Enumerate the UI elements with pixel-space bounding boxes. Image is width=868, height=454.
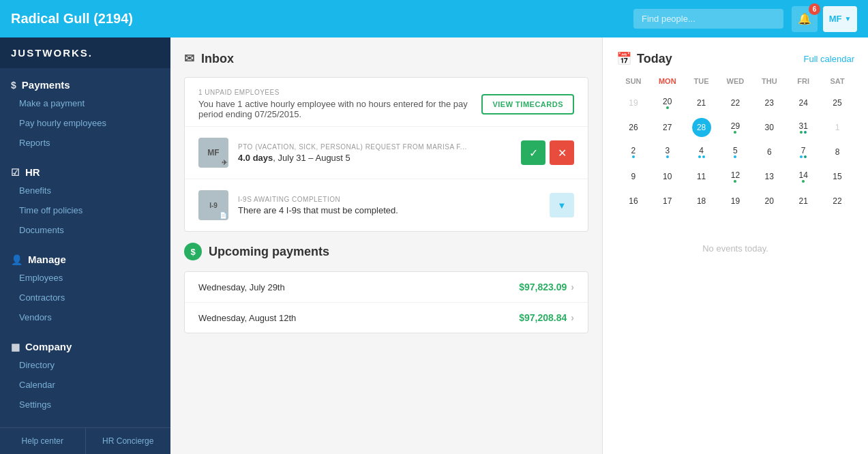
calendar-day[interactable]: 25 <box>820 91 854 115</box>
bell-icon: 🔔 <box>798 12 811 25</box>
approve-pto-button[interactable]: ✓ <box>521 140 545 165</box>
calendar-day[interactable]: 10 <box>650 164 685 189</box>
plane-icon: ✈ <box>222 159 227 166</box>
right-panel: 📅 Today Full calendar SUN MON TUE WED TH… <box>602 37 868 454</box>
payment-row-1[interactable]: Wednesday, July 29th $97,823.09 › <box>185 272 588 303</box>
calendar-day[interactable]: 30 <box>752 115 786 140</box>
inbox-icon: ✉ <box>184 51 194 66</box>
cal-dow-fri: FRI <box>786 74 820 91</box>
calendar-day[interactable]: 3 <box>650 140 685 164</box>
sidebar-item-pay-hourly[interactable]: Pay hourly employees <box>0 113 170 133</box>
calendar-day[interactable]: 5 <box>719 140 753 164</box>
calendar-day[interactable]: 21 <box>786 189 820 213</box>
calendar-day[interactable]: 24 <box>786 91 820 115</box>
calendar-day[interactable]: 28 <box>685 115 719 140</box>
unpaid-label: 1 UNPAID EMPLOYEES <box>198 89 481 96</box>
calendar-header: 📅 Today Full calendar <box>616 51 854 66</box>
calendar-day[interactable]: 31 <box>786 115 820 140</box>
sidebar-item-time-off-policies[interactable]: Time off policies <box>0 200 170 220</box>
view-timecards-button[interactable]: VIEW TIMECARDS <box>481 94 574 115</box>
calendar-day[interactable]: 4 <box>685 140 719 164</box>
help-center-tab[interactable]: Help center <box>0 428 86 454</box>
full-calendar-link[interactable]: Full calendar <box>804 54 854 64</box>
calendar-day[interactable]: 1 <box>820 115 854 140</box>
sidebar-section-manage-label: Manage <box>28 254 66 265</box>
calendar-day[interactable]: 17 <box>650 189 685 213</box>
calendar-day[interactable]: 26 <box>616 115 650 140</box>
calendar-day[interactable]: 7 <box>786 140 820 164</box>
upcoming-payments-title: $ Upcoming payments <box>184 243 588 260</box>
sidebar-item-directory[interactable]: Directory <box>0 355 170 375</box>
calendar-day[interactable]: 15 <box>820 164 854 189</box>
calendar-day[interactable]: 6 <box>752 140 786 164</box>
calendar-day[interactable]: 20 <box>650 91 685 115</box>
manage-icon: 👤 <box>11 254 23 265</box>
avatar-initials: MF <box>207 148 219 157</box>
calendar-day[interactable]: 20 <box>752 189 786 213</box>
sidebar-section-manage: 👤 Manage Employees Contractors Vendors <box>0 243 170 330</box>
calendar-day[interactable]: 12 <box>719 164 753 189</box>
company-icon: ▦ <box>11 342 20 352</box>
hr-concierge-tab[interactable]: HR Concierge <box>86 428 171 454</box>
payment-amount-2: $97,208.84 › <box>519 312 574 323</box>
reject-pto-button[interactable]: ✕ <box>550 140 574 165</box>
calendar-day[interactable]: 13 <box>752 164 786 189</box>
sidebar-section-payments-header: $ Payments <box>0 75 170 93</box>
payment-row-2[interactable]: Wednesday, August 12th $97,208.84 › <box>185 303 588 333</box>
cal-dow-thu: THU <box>752 74 786 91</box>
sidebar-item-employees[interactable]: Employees <box>0 268 170 288</box>
sidebar-item-documents[interactable]: Documents <box>0 220 170 240</box>
calendar-day[interactable]: 29 <box>719 115 753 140</box>
calendar-day[interactable]: 9 <box>616 164 650 189</box>
calendar-day[interactable]: 19 <box>719 189 753 213</box>
sidebar-section-hr-header: ☑ HR <box>0 162 170 181</box>
calendar-day[interactable]: 2 <box>616 140 650 164</box>
sidebar: JUSTWORKS. $ Payments Make a payment Pay… <box>0 37 170 454</box>
pto-dates: , July 31 – August 5 <box>273 153 350 163</box>
sidebar-item-reports[interactable]: Reports <box>0 133 170 153</box>
calendar-title: 📅 Today <box>616 51 672 66</box>
content-area: ✉ Inbox 1 UNPAID EMPLOYEES You have 1 ac… <box>170 37 868 454</box>
sidebar-item-vendors[interactable]: Vendors <box>0 307 170 327</box>
calendar-day[interactable]: 23 <box>752 91 786 115</box>
sidebar-item-contractors[interactable]: Contractors <box>0 288 170 307</box>
calendar-day[interactable]: 21 <box>685 91 719 115</box>
sidebar-item-settings[interactable]: Settings <box>0 395 170 414</box>
calendar-day[interactable]: 22 <box>719 91 753 115</box>
i9-actions: ▼ <box>550 193 574 217</box>
main-panel: ✉ Inbox 1 UNPAID EMPLOYEES You have 1 ac… <box>170 37 602 454</box>
calendar-day[interactable]: 19 <box>616 91 650 115</box>
calendar-day[interactable]: 8 <box>820 140 854 164</box>
pto-request-item: MF ✈ PTO (VACATION, SICK, PERSONAL) REQU… <box>185 126 588 179</box>
pto-actions: ✓ ✕ <box>521 140 574 165</box>
doc-icon: 📄 <box>220 212 227 219</box>
calendar-icon: 📅 <box>616 51 631 66</box>
sidebar-item-benefits[interactable]: Benefits <box>0 181 170 200</box>
sidebar-item-make-payment[interactable]: Make a payment <box>0 93 170 113</box>
calendar-day[interactable]: 11 <box>685 164 719 189</box>
calendar-day[interactable]: 14 <box>786 164 820 189</box>
unpaid-employees-item: 1 UNPAID EMPLOYEES You have 1 active hou… <box>185 78 588 126</box>
notification-badge: 6 <box>809 3 820 15</box>
upcoming-payments-card: Wednesday, July 29th $97,823.09 › Wednes… <box>184 271 588 333</box>
main-layout: JUSTWORKS. $ Payments Make a payment Pay… <box>0 37 868 454</box>
i9-dropdown-button[interactable]: ▼ <box>550 193 574 217</box>
i9-label: I-9S AWAITING COMPLETION <box>238 196 540 203</box>
calendar-day[interactable]: 16 <box>616 189 650 213</box>
sidebar-footer: Help center HR Concierge <box>0 427 170 454</box>
calendar-day[interactable]: 22 <box>820 189 854 213</box>
hr-icon: ☑ <box>11 167 20 178</box>
calendar-day[interactable]: 18 <box>685 189 719 213</box>
notifications-button[interactable]: 🔔 6 <box>792 6 818 32</box>
dollar-circle-icon: $ <box>184 243 202 260</box>
user-menu-button[interactable]: MF ▼ <box>823 6 857 32</box>
sidebar-section-manage-header: 👤 Manage <box>0 249 170 268</box>
dollar-icon: $ <box>11 80 16 91</box>
calendar-grid: SUN MON TUE WED THU FRI SAT 192021222324… <box>616 74 854 213</box>
search-input[interactable] <box>633 9 783 29</box>
sidebar-item-calendar[interactable]: Calendar <box>0 375 170 395</box>
pto-avatar: MF ✈ <box>198 138 228 168</box>
calendar-day[interactable]: 27 <box>650 115 685 140</box>
i9-desc: There are 4 I-9s that must be completed. <box>238 205 540 215</box>
i9-item: I-9 📄 I-9S AWAITING COMPLETION There are… <box>185 179 588 231</box>
